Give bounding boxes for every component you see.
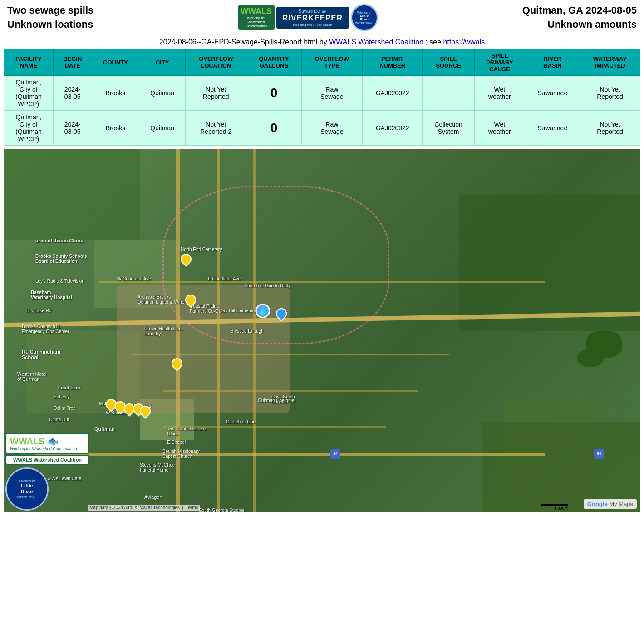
row2-basin: Suwannee — [525, 110, 580, 145]
map-label-coastal: Coastal PlainsFarmers Co-Op — [190, 304, 221, 314]
col-overflow-location: OVERFLOWLOCATION — [186, 49, 246, 75]
map-label-drylake: Dry Lake Rd — [26, 308, 52, 313]
map-scale: 1,000 ft — [541, 504, 568, 511]
row2-overflow-location: Not YetReported 2 — [186, 110, 246, 145]
wwals-link[interactable]: WWALS Watershed Coalition — [329, 38, 423, 46]
map-label-brooks911: Brooks County 911Emergency Ops Center — [22, 324, 69, 334]
map-label-church: urch of Jesus Christ — [35, 238, 84, 243]
map-label-schools: Brooks County SchoolsBoard of Education — [35, 254, 87, 264]
map-label-church-god: Church of God In Unity — [244, 283, 290, 288]
wwals-url-link[interactable]: https://wwals — [443, 38, 485, 46]
attribution-label: Map data ©2024 Airbus, Maxar Technologie… — [89, 505, 180, 510]
road-ew-3 — [131, 354, 450, 355]
row1-source — [423, 75, 474, 110]
row1-permit: GAJ020022 — [362, 75, 422, 110]
map-label-bassham: BasshamVeterinary Hospital — [31, 290, 72, 300]
map-logo-little-river: Friends of LittleRiver WATER TRAIL — [5, 467, 49, 511]
col-waterway-impacted: WATERWAYIMPACTED — [580, 49, 640, 75]
header-logos: WWALS Working for Watershed Conservation… — [238, 4, 378, 31]
col-spill-source: SPILLSOURCE — [423, 49, 474, 75]
col-begin-date: BEGINDATE — [53, 49, 92, 75]
row2-city: Quitman — [139, 110, 186, 145]
map-label-aviagen: Aviagen — [144, 494, 162, 500]
interstate-marker-2: 84 — [594, 449, 604, 459]
row2-overflow-type: RawSewage — [301, 110, 362, 145]
col-spill-cause: SPILLPRIMARYCAUSE — [474, 49, 525, 75]
map-label-dollartree: Dollar Tree — [54, 406, 76, 411]
row2-permit: GAJ020022 — [362, 110, 422, 145]
row1-overflow-type: RawSewage — [301, 75, 362, 110]
google-maps-label: My Maps — [609, 501, 633, 507]
header-left: Two sewage spills Unknown loations — [7, 4, 93, 32]
scale-label: 1,000 ft — [554, 506, 568, 511]
col-permit-number: PERMITNUMBER — [362, 49, 422, 75]
table-row: Quitman,City of(QuitmanWPCP) 2024-08-05 … — [4, 75, 640, 110]
tree-patch-2 — [586, 331, 622, 358]
map-label-oakhillcemetery: Oak Hill Cemetery — [219, 308, 256, 313]
map-label-cemetery: North End Cemetery — [181, 247, 222, 252]
row1-overflow-location: Not YetReported — [186, 75, 246, 110]
map-label-courtland: W Courtland Ave — [117, 276, 151, 281]
header-right: Quitman, GA 2024-08-05 Unknown amounts — [522, 4, 637, 32]
wpcp-marker: 💧 — [256, 304, 270, 318]
spills-count: Two sewage spills — [7, 4, 93, 18]
map-label-chapel: E.Chapel — [167, 440, 186, 445]
row1-quantity: 0 — [246, 75, 302, 110]
map-logos-overlay: WWALS 🐟 Working for Watershed Conservati… — [4, 431, 91, 512]
col-river-basin: RIVERBASIN — [525, 49, 580, 75]
boundary-line — [162, 186, 389, 344]
map-wwals-subtitle: Working for Watershed Conservation — [10, 447, 85, 451]
map-label-stevens: Stevens-McGheeFuneral Home — [140, 462, 175, 472]
map-label-crown: Crown Health CareLaundry — [144, 326, 183, 336]
col-quantity-gallons: QUANTITYGALLONS — [246, 49, 302, 75]
map-terms-link[interactable]: Terms — [186, 505, 198, 510]
spills-table: FACILITYNAME BEGINDATE COUNTY CITY OVERF… — [4, 49, 640, 146]
page-header: Two sewage spills Unknown loations WWALS… — [0, 0, 644, 35]
citation-text-before: 2024-08-06--GA-EPD-Sewage-Spills-Report.… — [159, 38, 329, 46]
spills-table-wrapper: FACILITYNAME BEGINDATE COUNTY CITY OVERF… — [0, 49, 644, 149]
map-label-cunningham: Rt. CunninghamSchool — [22, 349, 60, 360]
map-attribution-text: Map data ©2024 Airbus, Maxar Technologie… — [88, 505, 200, 511]
map-terrain-1 — [4, 149, 140, 240]
map-label-archbold: Archbold BrooksQuitman Liquor & Wine — [138, 295, 184, 305]
row2-source: CollectionSystem — [423, 110, 474, 145]
col-facility-name: FACILITYNAME — [4, 49, 54, 75]
road-ew-interstate — [35, 453, 545, 456]
location-date: Quitman, GA 2024-08-05 — [522, 4, 637, 18]
col-county: COUNTY — [92, 49, 139, 75]
map-label-churchgod2: Church of God — [226, 419, 256, 424]
map-wwals-name: WWALS 🐟 — [10, 436, 85, 447]
lr-main: LittleRiver — [21, 483, 34, 495]
map-label-blessed: Blessed Enough — [231, 329, 264, 334]
road-ew-4 — [163, 390, 418, 392]
map-label-subway: Subway — [54, 394, 70, 399]
map-label-china: China Hut — [49, 417, 69, 422]
riverkeeper-logo: Suwannee 🐟 RIVERKEEPER Keeping the River… — [276, 7, 349, 29]
citation-text-mid: ; see — [425, 38, 443, 46]
row1-city: Quitman — [139, 75, 186, 110]
map-label-western: Western Motelof Quitman — [17, 372, 46, 382]
row2-begin-date: 2024-08-05 — [53, 110, 92, 145]
map-label-foodlion: Food Lion — [58, 385, 80, 390]
row2-waterway: Not YetReported — [580, 110, 640, 145]
map-logo-coalition: WWALS Watershed Coalition — [5, 455, 89, 465]
interstate-marker-1: 84 — [330, 449, 340, 459]
row2-cause: Wetweather — [474, 110, 525, 145]
google-maps-brand: Google My Maps — [584, 499, 637, 509]
row1-begin-date: 2024-08-05 — [53, 75, 92, 110]
row2-county: Brooks — [92, 110, 139, 145]
lr-sub: WATER TRAIL — [16, 496, 37, 499]
row1-cause: Wetweather — [474, 75, 525, 110]
map-section: 84 84 urch of Jesus Christ Brooks County… — [0, 149, 644, 516]
row2-facility-name: Quitman,City of(QuitmanWPCP) — [4, 110, 54, 145]
row2-quantity: 0 — [246, 110, 302, 145]
map-area[interactable]: 84 84 urch of Jesus Christ Brooks County… — [4, 149, 640, 512]
col-city: CITY — [139, 49, 186, 75]
col-overflow-type: OVERFLOWTYPE — [301, 49, 362, 75]
table-row: Quitman,City of(QuitmanWPCP) 2024-08-05 … — [4, 110, 640, 145]
map-label-beulah: Beulah MissionaryBaptist Church — [162, 449, 200, 459]
map-label-quitman: Quitman — [94, 426, 115, 432]
amounts-note: Unknown amounts — [522, 18, 637, 32]
map-label-leys: Ley's Radio & Television — [35, 279, 84, 284]
wwals-logo: WWALS Working for Watershed Conservation — [238, 5, 275, 30]
